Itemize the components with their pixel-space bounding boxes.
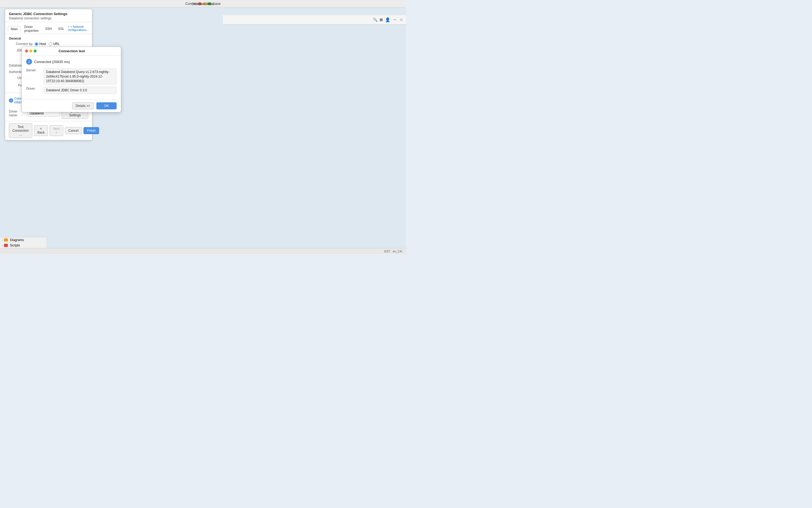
info-icon: i	[9, 98, 13, 102]
avatar-icon[interactable]: 👤	[385, 17, 390, 23]
timezone-status: EST	[384, 250, 390, 253]
driver-label: Driver:	[26, 87, 41, 94]
tab-main[interactable]: Main	[8, 26, 21, 32]
host-radio[interactable]	[35, 42, 38, 46]
dialog-title: Generic JDBC Connection Settings	[9, 12, 88, 16]
driver-detail-row: Driver: Databend JDBC Driver 0.3.0	[26, 87, 117, 94]
app-title: DBeaver 24.3.1	[192, 2, 214, 6]
conn-status-row: i Connected (20835 ms)	[26, 59, 117, 65]
main-area: Generic JDBC Connection Settings Databen…	[0, 7, 406, 254]
ok-button[interactable]: OK	[96, 102, 117, 109]
diagrams-chevron: ›	[2, 239, 3, 242]
connect-by-label: Connect by:	[9, 42, 33, 46]
tab-driver-properties[interactable]: Driver properties	[21, 24, 41, 34]
cancel-button[interactable]: Cancel	[65, 127, 82, 134]
minimize-icon[interactable]: ─	[393, 18, 397, 22]
dialog-buttons: Test Connection ... < Back Next > Cancel…	[5, 121, 92, 140]
scripts-label: Scripts	[10, 244, 20, 247]
tab-ssl[interactable]: SSL	[55, 26, 67, 32]
connect-by-row: Connect by: Host URL	[9, 42, 88, 46]
general-label: General	[9, 37, 88, 40]
back-button[interactable]: < Back	[34, 125, 48, 136]
connection-test-dialog: Connection test i Connected (20835 ms) S…	[21, 47, 121, 112]
server-value: Databend Databend Query v1.2.673-nightly…	[44, 69, 117, 85]
server-label: Server:	[26, 69, 41, 85]
tree-item-diagrams[interactable]: › Diagrams	[0, 237, 46, 243]
finish-button[interactable]: Finish	[84, 127, 99, 134]
network-configurations-link[interactable]: + + Network configurations...	[68, 25, 89, 33]
url-radio-option[interactable]: URL	[49, 42, 60, 46]
scripts-chevron: ›	[2, 244, 3, 247]
tree-panel: › Diagrams › Scripts	[0, 237, 46, 248]
diagrams-folder-icon	[4, 239, 8, 242]
conn-status-icon: i	[26, 59, 32, 65]
diagrams-label: Diagrams	[10, 238, 24, 242]
tab-ssh[interactable]: SSH	[42, 26, 55, 32]
plus-icon: +	[68, 25, 70, 28]
locale-status: en_CA :	[393, 250, 403, 253]
dialog-header: Generic JDBC Connection Settings Databen…	[5, 9, 92, 22]
host-radio-option[interactable]: Host	[35, 42, 46, 46]
next-button[interactable]: Next >	[50, 125, 63, 136]
conn-test-footer: Details >> OK	[22, 99, 121, 112]
url-radio[interactable]	[49, 42, 52, 46]
test-connection-button[interactable]: Test Connection ...	[9, 123, 32, 138]
driver-value: Databend JDBC Driver 0.3.0	[44, 87, 117, 94]
conn-test-title: Connection test	[26, 49, 118, 53]
maximize-icon[interactable]: □	[399, 18, 403, 22]
tree-item-scripts[interactable]: › Scripts	[0, 243, 46, 248]
host-label: Host	[39, 42, 46, 46]
dialog-subtitle: Databend connection settings	[9, 16, 88, 20]
right-toolbar: 🔍 ⊞ 👤 ─ □	[223, 15, 406, 25]
scripts-folder-icon	[4, 244, 8, 247]
status-bar: EST en_CA :	[0, 248, 406, 254]
url-label: URL	[53, 42, 60, 46]
search-icon[interactable]: 🔍	[373, 17, 377, 22]
grid-icon[interactable]: ⊞	[379, 17, 383, 22]
connect-by-radio-group: Host URL	[35, 42, 60, 46]
conn-test-body: i Connected (20835 ms) Server: Databend …	[22, 55, 121, 99]
conn-status-text: Connected (20835 ms)	[34, 60, 70, 64]
server-detail-row: Server: Databend Databend Query v1.2.673…	[26, 69, 117, 85]
conn-test-titlebar: Connection test	[22, 47, 121, 55]
details-button[interactable]: Details >>	[72, 102, 94, 109]
tabs-bar: Main Driver properties SSH SSL + + Netwo…	[5, 22, 92, 34]
